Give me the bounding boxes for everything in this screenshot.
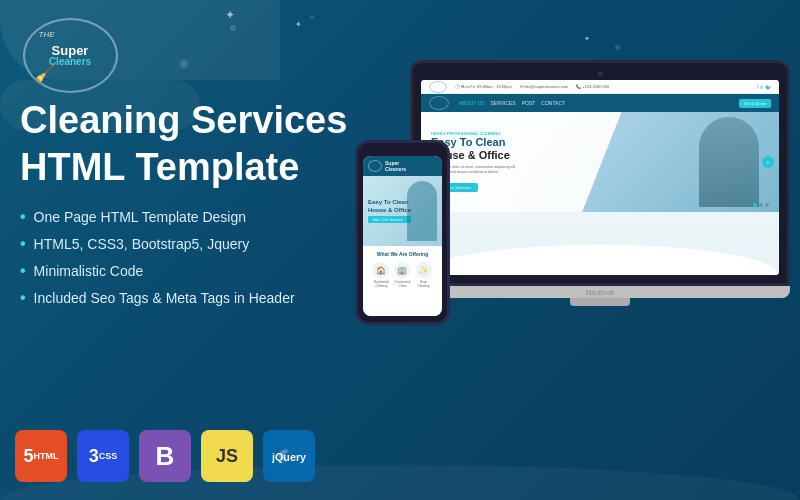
left-content: Cleaning Services HTML Template • One Pa… — [20, 100, 360, 332]
jquery-badge: jQuery — [263, 430, 315, 482]
css3-badge: 3 CSS — [77, 430, 129, 482]
nav-item: ABOUT US — [459, 100, 484, 106]
service-icon-label: CommercialClean — [394, 280, 410, 288]
html5-badge: 5 HTML — [15, 430, 67, 482]
topbar-hours: 🕐 Mon-Fri: 09:00am - 10:00pm — [455, 84, 512, 89]
nav-logo — [429, 96, 449, 110]
main-title: Cleaning Services — [20, 100, 360, 142]
features-list: • One Page HTML Template Design • HTML5,… — [20, 209, 360, 307]
laptop-mockup: 🕐 Mon-Fri: 09:00am - 10:00pm ✉ info@supe… — [410, 60, 790, 306]
bullet-icon: • — [20, 289, 26, 307]
service-icon-item: 🏢 CommercialClean — [394, 262, 410, 288]
slider-dots — [753, 203, 769, 207]
slider-dot — [765, 203, 769, 207]
devices-area: 🕐 Mon-Fri: 09:00am - 10:00pm ✉ info@supe… — [350, 0, 800, 500]
javascript-badge: JS — [201, 430, 253, 482]
brush-icon: 🧹 — [35, 64, 55, 83]
site-topbar: 🕐 Mon-Fri: 09:00am - 10:00pm ✉ info@supe… — [421, 80, 779, 94]
list-item: • HTML5, CSS3, Bootstrap5, Jquery — [20, 236, 360, 253]
feature-text: Minimalistic Code — [34, 263, 144, 279]
site-nav: ABOUT US SERVICES POST CONTACT Get a Quo… — [421, 94, 779, 112]
bg-dot-1 — [230, 25, 236, 31]
topbar-phone: 📞 +123 4560 000 — [576, 84, 609, 89]
sub-title: HTML Template — [20, 147, 360, 189]
site-hero-image — [582, 112, 779, 212]
logo-super: Super — [52, 44, 89, 57]
bootstrap-badge: B — [139, 430, 191, 482]
feature-text: HTML5, CSS3, Bootstrap5, Jquery — [34, 236, 250, 252]
logo-area: THE Super Cleaners 🧹 — [15, 15, 125, 95]
service-icon-circle: ✨ — [416, 262, 432, 278]
slider-dot — [753, 203, 757, 207]
bullet-icon: • — [20, 208, 26, 226]
service-icon-label: DeepCleaning — [416, 280, 432, 288]
logo-the: THE — [39, 30, 55, 39]
laptop-screen: 🕐 Mon-Fri: 09:00am - 10:00pm ✉ info@supe… — [421, 80, 779, 275]
service-icon-item: ✨ DeepCleaning — [416, 262, 432, 288]
phone-hero-text: Easy To CleanHouse & Office — [368, 199, 411, 213]
list-item: • One Page HTML Template Design — [20, 209, 360, 226]
bg-dot-2 — [310, 15, 314, 19]
phone-mockup: SuperCleaners Easy To CleanHouse & Offic… — [355, 140, 450, 325]
phone-screen: SuperCleaners Easy To CleanHouse & Offic… — [363, 156, 442, 316]
phone-site-header: SuperCleaners — [363, 156, 442, 176]
service-icon-item: 🏠 ResidentialCleaning — [373, 262, 389, 288]
nav-cta-button: Get a Quote — [739, 99, 771, 108]
next-arrow: › — [762, 156, 774, 168]
bullet-icon: • — [20, 235, 26, 253]
service-icon-circle: 🏠 — [373, 262, 389, 278]
site-hero: ‹ › HIGHLY PROFESSIONAL CLEANING Easy To… — [421, 112, 779, 212]
laptop-stand — [570, 298, 630, 306]
logo-circle: THE Super Cleaners 🧹 — [23, 18, 118, 93]
jquery-icon: jQuery — [271, 438, 307, 474]
tech-badges: 5 HTML 3 CSS B JS jQuery — [15, 430, 315, 482]
feature-text: Included Seo Tags & Meta Tags in Header — [34, 290, 295, 306]
sparkle-icon: ✦ — [295, 20, 302, 29]
list-item: • Included Seo Tags & Meta Tags in Heade… — [20, 290, 360, 307]
phone-hero: Easy To CleanHouse & Office Take Our Ser… — [363, 176, 442, 246]
phone-cta-button: Take Our Service — [368, 216, 411, 223]
laptop-base — [410, 286, 790, 298]
hero-person — [699, 117, 759, 207]
svg-text:jQuery: jQuery — [271, 451, 306, 463]
nav-item: SERVICES — [490, 100, 515, 106]
phone-notch — [390, 148, 415, 153]
service-icon-label: ResidentialCleaning — [373, 280, 389, 288]
slider-dot — [759, 203, 763, 207]
logo-cleaners: Cleaners — [49, 57, 91, 67]
service-icon-circle: 🏢 — [394, 262, 410, 278]
list-item: • Minimalistic Code — [20, 263, 360, 280]
site-preview: 🕐 Mon-Fri: 09:00am - 10:00pm ✉ info@supe… — [421, 80, 779, 275]
phone-section-title: What We Are Offering — [368, 251, 437, 257]
phone-icons-row: 🏠 ResidentialCleaning 🏢 CommercialClean … — [368, 262, 437, 288]
nav-item: CONTACT — [541, 100, 565, 106]
bg-dot-3 — [180, 60, 188, 68]
bullet-icon: • — [20, 262, 26, 280]
hero-wave — [421, 245, 779, 275]
feature-text: One Page HTML Template Design — [34, 209, 246, 225]
nav-item: POST — [522, 100, 536, 106]
sparkle-icon: ✦ — [225, 8, 235, 22]
laptop-screen-outer: 🕐 Mon-Fri: 09:00am - 10:00pm ✉ info@supe… — [410, 60, 790, 286]
phone-services-section: What We Are Offering 🏠 ResidentialCleani… — [363, 246, 442, 316]
phone-logo — [368, 160, 382, 172]
topbar-email: ✉ info@supercleaners.com — [520, 84, 568, 89]
